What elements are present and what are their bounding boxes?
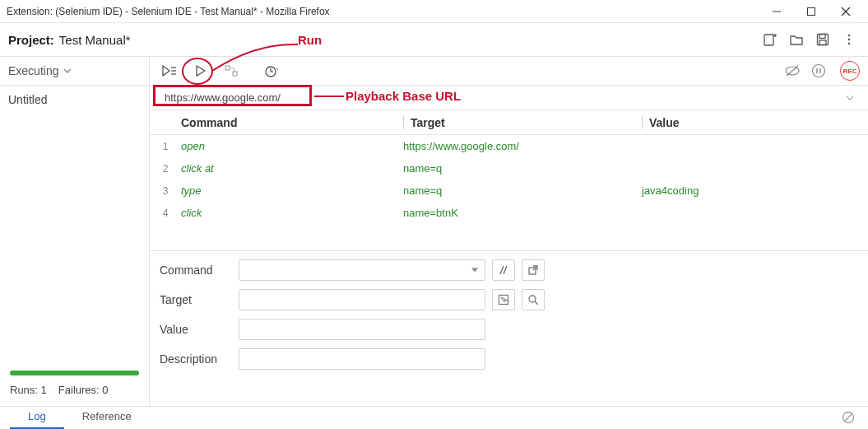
clock-icon xyxy=(264,63,279,78)
new-project-button[interactable] xyxy=(759,29,781,50)
table-row[interactable]: 4 click name=btnK xyxy=(150,202,868,224)
select-target-button[interactable] xyxy=(492,289,515,310)
failures-stat: Failures: 0 xyxy=(58,384,109,396)
toolbar-right: REC xyxy=(781,59,860,82)
row-number: 3 xyxy=(150,185,181,197)
editor-command-dropdown[interactable] xyxy=(239,259,485,281)
playback-base-url-input[interactable] xyxy=(158,88,840,107)
open-project-button[interactable] xyxy=(786,29,807,50)
editor-description-row: Description xyxy=(160,348,858,370)
run-all-button[interactable] xyxy=(158,59,181,82)
playback-url-row xyxy=(150,86,868,110)
row-value: java4coding xyxy=(642,184,868,197)
tab-log[interactable]: Log xyxy=(10,405,64,429)
window-titlebar: Extension: (Selenium IDE) - Selenium IDE… xyxy=(0,0,868,23)
run-stats: Runs: 1 Failures: 0 xyxy=(0,384,149,406)
clear-log-button[interactable] xyxy=(838,408,858,427)
svg-rect-17 xyxy=(233,72,237,76)
editor-command-label: Command xyxy=(160,263,239,277)
command-table-header: Command Target Value xyxy=(150,110,868,135)
slashes-icon xyxy=(498,264,509,276)
disable-breakpoints-button[interactable] xyxy=(781,59,804,82)
new-file-icon xyxy=(763,32,777,47)
editor-value-label: Value xyxy=(160,323,239,336)
col-command-header: Command xyxy=(181,116,403,129)
project-label: Project: xyxy=(8,33,54,47)
url-dropdown-button[interactable] xyxy=(840,88,860,107)
editor-description-input[interactable] xyxy=(239,348,485,370)
svg-point-10 xyxy=(848,35,851,37)
execution-mode-dropdown[interactable]: Executing xyxy=(0,57,149,86)
row-target: name=btnK xyxy=(403,207,642,219)
toolbar: REC xyxy=(150,57,868,86)
chevron-down-icon xyxy=(846,94,854,102)
editor-description-label: Description xyxy=(160,352,239,366)
table-row[interactable]: 3 type name=q java4coding xyxy=(150,180,868,202)
command-table: Command Target Value 1 open https://www.… xyxy=(150,110,868,250)
open-in-new-button[interactable] xyxy=(522,259,545,281)
row-target: https://www.google.com/ xyxy=(403,140,642,152)
right-pane: REC Command Target Value 1 open xyxy=(150,57,868,406)
svg-line-32 xyxy=(535,301,538,305)
project-name: Test Manual* xyxy=(59,33,131,47)
find-target-button[interactable] xyxy=(522,289,545,310)
record-label: REC xyxy=(843,68,857,75)
test-item-untitled[interactable]: Untitled xyxy=(0,86,149,114)
run-all-icon xyxy=(161,64,178,77)
pause-circle-icon xyxy=(811,63,826,78)
save-project-button[interactable] xyxy=(812,29,833,50)
folder-icon xyxy=(789,32,804,47)
search-icon xyxy=(527,294,539,305)
table-row[interactable]: 2 click at name=q xyxy=(150,157,868,180)
table-row[interactable]: 1 open https://www.google.com/ xyxy=(150,135,868,157)
svg-rect-8 xyxy=(819,35,825,39)
editor-value-input[interactable] xyxy=(239,319,485,340)
tab-reference[interactable]: Reference xyxy=(64,405,150,429)
svg-point-12 xyxy=(848,43,851,45)
more-menu-button[interactable] xyxy=(838,29,860,50)
row-number: 1 xyxy=(150,141,181,152)
left-pane: Executing Untitled Runs: 1 Failures: 0 xyxy=(0,57,150,406)
record-button[interactable]: REC xyxy=(840,61,860,81)
editor-command-row: Command xyxy=(160,259,858,281)
command-editor-panel: Command Target Value xyxy=(150,250,868,406)
speed-control-button[interactable] xyxy=(260,59,283,82)
play-icon xyxy=(194,64,207,77)
row-number: 4 xyxy=(150,208,181,219)
run-current-test-button[interactable] xyxy=(189,59,212,82)
window-maximize-button[interactable] xyxy=(794,0,829,23)
editor-value-row: Value xyxy=(160,319,858,340)
row-command: type xyxy=(181,184,403,197)
new-window-icon xyxy=(527,264,539,276)
test-item-label: Untitled xyxy=(8,93,47,106)
close-icon xyxy=(841,7,851,16)
svg-rect-4 xyxy=(764,35,773,45)
left-pane-fill xyxy=(0,114,149,371)
step-over-button[interactable] xyxy=(220,59,244,82)
svg-line-34 xyxy=(845,414,852,422)
minimize-icon xyxy=(772,7,782,16)
toggle-comment-button[interactable] xyxy=(492,259,515,281)
row-target: name=q xyxy=(403,162,642,175)
row-number: 2 xyxy=(150,163,181,175)
progress-bar xyxy=(10,371,139,375)
editor-target-label: Target xyxy=(160,293,239,306)
window-minimize-button[interactable] xyxy=(759,0,794,23)
window-title: Extension: (Selenium IDE) - Selenium IDE… xyxy=(7,6,330,17)
execution-mode-label: Executing xyxy=(8,64,58,77)
maximize-icon xyxy=(806,7,816,16)
runs-stat: Runs: 1 xyxy=(10,384,47,396)
window-close-button[interactable] xyxy=(829,0,863,23)
editor-target-row: Target xyxy=(160,289,858,310)
svg-point-31 xyxy=(529,296,536,302)
svg-point-23 xyxy=(813,65,825,77)
bottom-tabs: Log Reference xyxy=(0,407,868,429)
svg-rect-9 xyxy=(819,40,826,45)
kebab-icon xyxy=(842,33,856,46)
svg-line-26 xyxy=(500,266,504,274)
svg-rect-1 xyxy=(808,7,815,15)
editor-target-input[interactable] xyxy=(239,289,485,310)
step-icon xyxy=(225,64,239,77)
prohibit-icon xyxy=(842,411,855,424)
pause-on-exceptions-button[interactable] xyxy=(807,59,830,82)
